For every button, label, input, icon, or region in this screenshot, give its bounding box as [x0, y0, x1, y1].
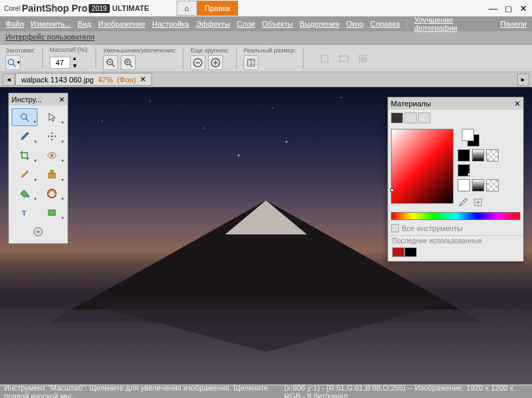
- document-tabstrip: ◂ walpack 1143 060.jpg 47% (Фон) ✕ ▸: [0, 72, 532, 87]
- style2-gradient[interactable]: [472, 179, 484, 192]
- close-icon[interactable]: ✕: [514, 99, 520, 108]
- materials-tab-3[interactable]: [418, 112, 430, 123]
- material-swatches: ▸: [458, 129, 499, 208]
- zoom-in-icon: [123, 57, 134, 68]
- brand-year: 2019: [89, 4, 109, 13]
- larger-plus-button[interactable]: [208, 55, 223, 70]
- brand: Corel PaintShop Pro 2019 ULTIMATE: [4, 3, 149, 14]
- tools-panel-header[interactable]: Инстру... ✕: [9, 93, 68, 106]
- one-to-one-icon: 1:1: [246, 57, 256, 68]
- titlebar: Corel PaintShop Pro 2019 ULTIMATE ⌂ Прав…: [0, 0, 532, 16]
- gradient-icon: [46, 188, 57, 199]
- foreground-swatch[interactable]: [462, 129, 474, 141]
- menu-help[interactable]: Справка: [370, 20, 400, 28]
- tool-crop[interactable]: ▾: [12, 147, 38, 164]
- fit-all-button[interactable]: [355, 51, 370, 66]
- menu-window[interactable]: Окно: [346, 20, 364, 28]
- style-solid[interactable]: [458, 149, 470, 162]
- texture-toggle[interactable]: ▸: [458, 164, 470, 177]
- hue-slider[interactable]: [391, 212, 520, 220]
- tab-edit-label: Правка: [205, 4, 230, 12]
- menu-layers[interactable]: Слои: [237, 20, 255, 28]
- tab-edit-button[interactable]: Правка: [197, 1, 238, 16]
- color-picker-square[interactable]: [391, 129, 454, 204]
- style-pattern[interactable]: [486, 149, 499, 162]
- svg-rect-28: [48, 173, 55, 178]
- dropper-icon[interactable]: [458, 197, 469, 208]
- menu-view[interactable]: Вид: [78, 20, 91, 28]
- zoom-stepper[interactable]: ▴▾: [73, 55, 77, 70]
- tool-fill[interactable]: ▾: [12, 185, 38, 202]
- svg-text:1:1: 1:1: [249, 58, 256, 66]
- tab-home-button[interactable]: ⌂: [177, 1, 197, 16]
- style2-solid[interactable]: [458, 179, 470, 192]
- zoom-out-icon: [105, 57, 116, 68]
- larger-label: Еще крупнее:: [190, 47, 229, 54]
- pointer-icon: [46, 112, 57, 123]
- recent-color-1[interactable]: [392, 247, 404, 257]
- close-tab-icon[interactable]: ✕: [140, 75, 146, 84]
- tab-scroll-right[interactable]: ▸: [517, 74, 529, 86]
- fill-icon: [19, 188, 30, 199]
- close-button[interactable]: ✕: [518, 3, 528, 13]
- text-icon: T: [19, 207, 30, 218]
- menu-enhance-photo[interactable]: Улучшение фотографии: [414, 16, 493, 32]
- zoom-input[interactable]: [50, 57, 70, 69]
- svg-line-4: [112, 64, 115, 67]
- tool-zoom[interactable]: ▾: [12, 108, 38, 126]
- menu-image[interactable]: Изображение: [98, 20, 145, 28]
- presets-label: Заготовки:: [5, 47, 35, 54]
- close-icon[interactable]: ✕: [59, 95, 65, 104]
- menu-edit[interactable]: Изменить...: [31, 20, 71, 28]
- fit-window-button[interactable]: [317, 51, 332, 66]
- recent-color-2[interactable]: [404, 247, 417, 257]
- menu-file[interactable]: Файл: [5, 20, 24, 28]
- ui-subbar[interactable]: Интерфейс пользователя: [0, 31, 532, 45]
- eye-icon: [46, 150, 57, 161]
- actual-group: Реальный размер: 1:1: [243, 47, 296, 70]
- svg-line-1: [13, 64, 16, 67]
- materials-tab-1[interactable]: [391, 112, 403, 123]
- tool-dropper[interactable]: ▾: [12, 127, 38, 145]
- tab-scroll-left[interactable]: ◂: [3, 74, 15, 86]
- menu-objects[interactable]: Объекты: [262, 20, 293, 28]
- zoom-group: Масштаб (%): ▴▾: [50, 46, 89, 70]
- tool-redeye[interactable]: ▾: [39, 147, 65, 164]
- all-tools-toggle[interactable]: Все инструменты: [388, 221, 523, 235]
- tool-add[interactable]: [33, 223, 44, 241]
- materials-tab-2[interactable]: [404, 112, 417, 123]
- materials-header[interactable]: Материалы ✕: [388, 97, 523, 110]
- zoom-out-button[interactable]: [103, 55, 118, 70]
- zoom-in-button[interactable]: [121, 55, 136, 70]
- brand-product: PaintShop Pro: [22, 3, 87, 14]
- actual-size-button[interactable]: 1:1: [243, 55, 258, 70]
- tool-pan[interactable]: ▾: [39, 127, 65, 145]
- recent-section-label: Последние использованные: [388, 235, 523, 246]
- add-swatch-icon[interactable]: [473, 197, 484, 208]
- maximize-button[interactable]: ◻: [503, 3, 513, 13]
- menu-panels[interactable]: Панели: [501, 20, 527, 28]
- tool-gradient[interactable]: ▾: [39, 185, 65, 202]
- menu-selections[interactable]: Выделения: [299, 20, 339, 28]
- minimize-button[interactable]: —: [488, 3, 498, 13]
- tool-pointer[interactable]: ▾: [39, 108, 65, 126]
- color-marker[interactable]: [390, 188, 394, 192]
- svg-line-24: [26, 119, 29, 121]
- document-tab[interactable]: walpack 1143 060.jpg 47% (Фон) ✕: [15, 73, 152, 86]
- tool-text[interactable]: T: [12, 204, 38, 221]
- larger-minus-button[interactable]: [190, 55, 205, 70]
- dropper-icon: [19, 131, 30, 142]
- style2-pattern[interactable]: [486, 179, 499, 192]
- tool-shape[interactable]: ▾: [39, 204, 65, 221]
- tool-brush[interactable]: ▾: [12, 166, 38, 183]
- separator: [95, 48, 96, 69]
- presets-dropdown[interactable]: ▾: [5, 55, 20, 70]
- tool-clone[interactable]: ▾: [39, 166, 65, 183]
- svg-rect-17: [340, 56, 348, 61]
- style-gradient[interactable]: [472, 149, 484, 162]
- separator: [236, 48, 237, 69]
- fit-view-icon: [338, 53, 349, 64]
- menu-adjust[interactable]: Настройка: [152, 20, 189, 28]
- fit-view-button[interactable]: [336, 51, 351, 66]
- menu-effects[interactable]: Эффекты: [196, 20, 230, 28]
